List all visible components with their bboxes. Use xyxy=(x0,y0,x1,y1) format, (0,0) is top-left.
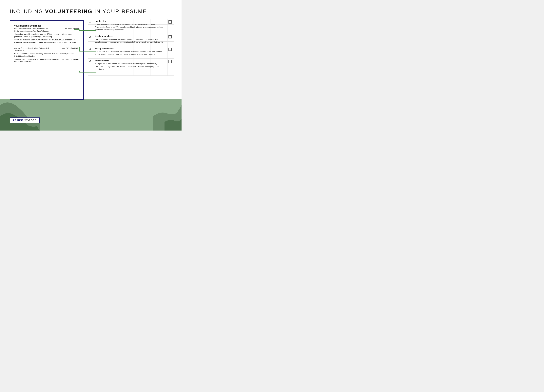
tip-3-checkbox[interactable] xyxy=(168,48,171,51)
resume-section-title: VOLUNTEERING EXPERIENCE xyxy=(14,25,79,27)
tip-4-body: State your role A simple way to indicate… xyxy=(95,59,166,71)
brand-bold: RESUME xyxy=(13,119,24,122)
resume-entry2-org-row: Climate Change Organization, Portland, O… xyxy=(14,47,79,49)
tip-2-checkbox[interactable] xyxy=(168,35,171,38)
tip-1-body: Section title If your volunteering exper… xyxy=(95,20,166,31)
resume-entry2-org: Climate Change Organization, Portland, O… xyxy=(14,47,49,49)
resume-entry1-org: Resume Worded Non-Profit, New York, NY xyxy=(14,28,48,30)
brand-box: RESUME WORDED xyxy=(10,118,40,124)
tip-4-number: 4. xyxy=(89,59,95,63)
tip-3-desc: Just like paid work experience, any volu… xyxy=(95,50,166,56)
right-panel: 1. Section title If your volunteering ex… xyxy=(84,20,171,75)
resume-entry2-bullet1: • Introduced online platform enabling do… xyxy=(14,52,79,58)
content-area: VOLUNTEERING EXPERIENCE Resume Worded No… xyxy=(10,20,171,100)
resume-entry1-role: Social Media Manager (Part-Time Voluntee… xyxy=(14,30,79,32)
tip-4-desc: A simple way to indicate that the roles … xyxy=(95,63,166,71)
resume-entry2-role: Team Leader xyxy=(14,49,79,52)
tip-3-number: 3. xyxy=(89,48,95,51)
tip-1: 1. Section title If your volunteering ex… xyxy=(89,20,171,31)
main-content: INCLUDING VOLUNTEERING IN YOUR RESUME VO… xyxy=(0,0,182,105)
tip-1-desc: If your volunteering experience is subst… xyxy=(95,23,166,31)
tip-1-checkbox[interactable] xyxy=(168,20,171,24)
resume-entry1-org-row: Resume Worded Non-Profit, New York, NY J… xyxy=(14,28,79,30)
resume-entry2-bullet2: • Organized and advertised 10+ quarterly… xyxy=(14,58,79,63)
tip-4-checkbox[interactable] xyxy=(168,60,171,63)
tip-3-body: Strong action verbs Just like paid work … xyxy=(95,48,166,56)
tip-3-title: Strong action verbs xyxy=(95,48,166,50)
tip-2: 2. Use hard numbers Notice how each bull… xyxy=(89,35,171,43)
tip-1-title: Section title xyxy=(95,20,166,22)
tip-2-desc: Notice how each bullet point references … xyxy=(95,38,166,43)
tip-2-title: Use hard numbers xyxy=(95,35,166,37)
tip-1-number: 1. xyxy=(89,20,95,24)
brand-text: RESUME WORDED xyxy=(13,119,37,122)
branding-area: RESUME WORDED xyxy=(10,118,40,124)
resume-entry1-bullet2: • Built and managed a community of 2500+… xyxy=(14,39,79,44)
resume-entry2-dates: Jun 2021 - Sept 2021 xyxy=(62,47,79,49)
resume-box: VOLUNTEERING EXPERIENCE Resume Worded No… xyxy=(10,20,84,100)
brand-normal: WORDED xyxy=(24,119,36,122)
tip-4-title: State your role xyxy=(95,59,166,62)
resume-entry1-bullet1: • Launched a weekly newsletter reaching … xyxy=(14,33,79,38)
page-title: INCLUDING VOLUNTEERING IN YOUR RESUME xyxy=(10,8,171,14)
tip-2-body: Use hard numbers Notice how each bullet … xyxy=(95,35,166,43)
tip-4: 4. State your role A simple way to indic… xyxy=(89,59,171,71)
tip-2-number: 2. xyxy=(89,35,95,38)
resume-entry1-dates: Jan 2022 - Present xyxy=(64,28,79,30)
tip-3: 3. Strong action verbs Just like paid wo… xyxy=(89,48,171,56)
